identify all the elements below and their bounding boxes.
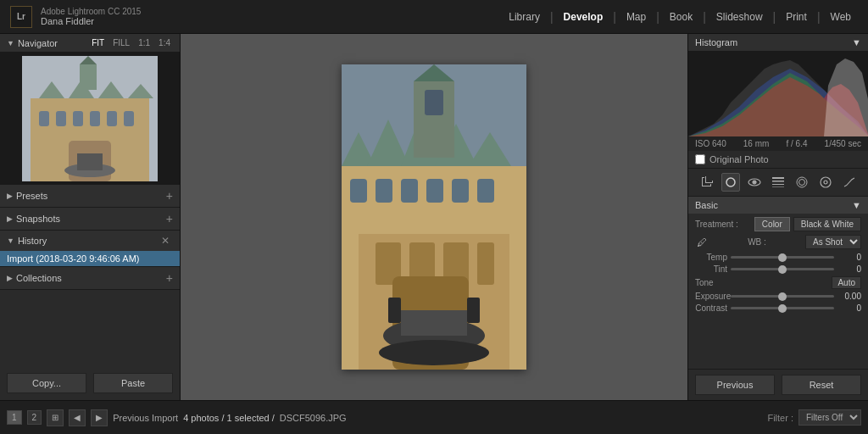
svg-rect-52 [772, 186, 784, 187]
nav-sep-5: | [773, 10, 776, 24]
histogram-canvas [688, 52, 868, 136]
svg-rect-31 [426, 179, 443, 203]
temp-label: Temp [695, 253, 727, 262]
original-photo-row: Original Photo [688, 151, 868, 169]
left-panel: ▼ Navigator FIT FILL 1:1 1:4 [0, 34, 181, 400]
grid-view-btn[interactable]: ⊞ [47, 409, 64, 426]
reset-button[interactable]: Reset [782, 375, 861, 395]
previous-button[interactable]: Previous [695, 375, 775, 395]
svg-rect-11 [90, 111, 100, 126]
svg-rect-50 [772, 181, 784, 182]
snapshots-section: ▶ Snapshots + [0, 208, 180, 231]
nav-book[interactable]: Book [663, 8, 699, 26]
redeye-icon[interactable] [745, 173, 764, 192]
bottom-toolbar: 1 2 ⊞ ◀ ▶ Previous Import 4 photos / 1 s… [0, 400, 868, 434]
histogram-dropdown-icon[interactable]: ▼ [852, 37, 861, 47]
nav-menu: Library | Develop | Map | Book | Slidesh… [502, 8, 858, 26]
svg-point-53 [797, 177, 807, 187]
wb-select[interactable]: As Shot [805, 235, 861, 249]
svg-rect-8 [39, 111, 49, 126]
nav-web[interactable]: Web [824, 8, 858, 26]
svg-rect-44 [467, 298, 480, 323]
bw-btn[interactable]: Black & White [793, 217, 861, 231]
import-label: Previous Import [113, 413, 178, 423]
navigator-header[interactable]: ▼ Navigator FIT FILL 1:1 1:4 [0, 34, 180, 53]
tint-slider-track[interactable] [731, 268, 834, 270]
history-close-btn[interactable]: ✕ [158, 235, 173, 247]
contrast-slider-track[interactable] [731, 307, 834, 309]
nav-fit-btn[interactable]: FIT [89, 37, 107, 48]
history-header[interactable]: ▼ History ✕ [0, 231, 180, 251]
tone-row: Tone Auto [695, 276, 861, 289]
presets-header[interactable]: ▶ Presets + [0, 185, 180, 207]
lr-logo-icon: Lr [10, 6, 32, 28]
nav-slideshow[interactable]: Slideshow [709, 8, 770, 26]
radial-filter-icon[interactable] [793, 173, 811, 192]
original-photo-checkbox[interactable] [695, 154, 705, 164]
color-btn[interactable]: Color [754, 217, 790, 231]
presets-title: Presets [16, 191, 47, 201]
nav-library[interactable]: Library [502, 8, 547, 26]
adjustment-brush-icon[interactable] [816, 173, 835, 192]
snapshots-add-btn[interactable]: + [166, 212, 173, 225]
app-branding: Lr Adobe Lightroom CC 2015 Dana Fiddler [10, 6, 141, 28]
navigator-section: ▼ Navigator FIT FILL 1:1 1:4 [0, 34, 180, 185]
exposure-slider-row: Exposure 0.00 [695, 292, 861, 301]
next-nav-btn[interactable]: ▶ [91, 409, 108, 426]
history-section: ▼ History ✕ Import (2018-03-20 9:46:06 A… [0, 231, 180, 267]
graduated-filter-icon[interactable] [769, 173, 787, 192]
filter-select[interactable]: Filters Off [798, 409, 861, 426]
nav-1to4-btn[interactable]: 1:4 [156, 37, 173, 48]
wb-eyedropper-icon[interactable]: 🖊 [695, 236, 709, 249]
app-user: Dana Fiddler [41, 16, 141, 26]
contrast-slider-row: Contrast 0 [695, 303, 861, 313]
collections-add-btn[interactable]: + [166, 271, 173, 285]
adjustments-section: Treatment : Color Black & White 🖊 WB : A… [688, 214, 868, 319]
histogram-info-row: ISO 640 16 mm f / 6.4 1/450 sec [688, 136, 868, 151]
basic-panel-header[interactable]: Basic ▼ [688, 197, 868, 214]
tone-label: Tone [695, 278, 714, 287]
tone-auto-btn[interactable]: Auto [832, 276, 861, 289]
nav-1to1-btn[interactable]: 1:1 [136, 37, 153, 48]
navigator-collapse-icon: ▼ [7, 39, 14, 47]
svg-rect-28 [350, 179, 367, 203]
filter-section: Filter : Filters Off [767, 409, 861, 426]
paste-button[interactable]: Paste [93, 373, 173, 393]
snapshots-header[interactable]: ▶ Snapshots + [0, 208, 180, 230]
svg-rect-51 [772, 184, 784, 185]
tone-curve-icon[interactable] [840, 173, 859, 192]
treatment-label: Treatment : [695, 220, 738, 229]
contrast-label: Contrast [695, 303, 727, 313]
history-collapse-icon: ▼ [7, 236, 14, 245]
exposure-slider-track[interactable] [731, 295, 834, 298]
svg-point-48 [753, 181, 756, 184]
svg-rect-16 [77, 153, 103, 170]
exposure-slider-thumb[interactable] [778, 292, 787, 301]
nav-sep-6: | [817, 10, 821, 24]
page-badge-1[interactable]: 1 [7, 410, 22, 425]
nav-fill-btn[interactable]: FILL [110, 37, 132, 48]
crop-tool-icon[interactable] [698, 173, 716, 192]
temp-slider-track[interactable] [731, 256, 834, 259]
prev-nav-btn[interactable]: ◀ [69, 409, 86, 426]
tint-slider-thumb[interactable] [778, 265, 787, 274]
navigator-title-row: ▼ Navigator [7, 38, 58, 48]
svg-rect-49 [772, 177, 784, 179]
copy-button[interactable]: Copy... [7, 373, 86, 393]
nav-map[interactable]: Map [620, 8, 653, 26]
collections-header[interactable]: ▶ Collections + [0, 267, 180, 289]
contrast-slider-thumb[interactable] [778, 304, 787, 313]
nav-develop[interactable]: Develop [557, 8, 610, 26]
exposure-label: Exposure [695, 292, 727, 301]
photo-count: 4 photos / 1 selected / [183, 413, 275, 423]
history-item[interactable]: Import (2018-03-20 9:46:06 AM) [0, 251, 180, 266]
center-panel [181, 34, 687, 400]
histogram-header[interactable]: Histogram ▼ [688, 34, 868, 52]
nav-print[interactable]: Print [779, 8, 814, 26]
temp-slider-thumb[interactable] [778, 253, 787, 262]
page-badge-2[interactable]: 2 [27, 410, 42, 425]
focal-value: 16 mm [743, 139, 770, 148]
spot-removal-icon[interactable] [721, 173, 740, 192]
presets-add-btn[interactable]: + [166, 189, 173, 203]
treatment-buttons: Color Black & White [754, 217, 861, 231]
